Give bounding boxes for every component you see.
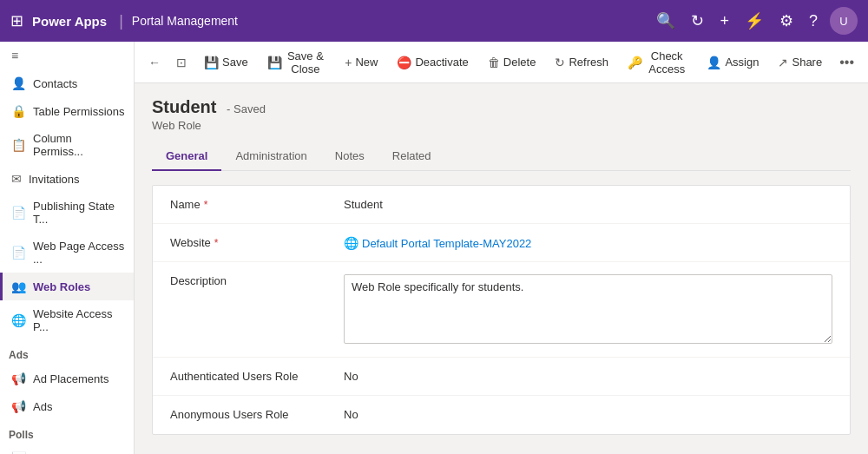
sidebar-item-publishing-state[interactable]: 📄 Publishing State T...	[0, 193, 134, 233]
assign-button[interactable]: 👤 Assign	[698, 50, 767, 75]
sidebar-item-website-access[interactable]: 🌐 Website Access P...	[0, 300, 134, 340]
assign-icon: 👤	[707, 56, 721, 69]
sidebar-item-invitations[interactable]: ✉ Invitations	[0, 165, 134, 193]
tabs-bar: General Administration Notes Related	[152, 142, 851, 171]
form-row-description: Description Web Role specifically for st…	[153, 262, 850, 358]
anonymous-users-label: Anonymous Users Role	[170, 406, 344, 421]
globe-icon: 🌐	[344, 236, 358, 250]
sidebar-item-label: Ad Placements	[33, 372, 108, 385]
sidebar-item-poll-placements[interactable]: 📊 Poll Placements	[0, 444, 134, 454]
polls-section-label: Polls	[0, 420, 134, 444]
sidebar-item-label: Web Roles	[33, 280, 90, 293]
website-label: Website *	[170, 234, 344, 249]
share-button[interactable]: ↗ Share	[769, 50, 831, 75]
content-area: ← ⊡ 💾 Save 💾 Save & Close + New ⛔ Deacti…	[135, 42, 868, 454]
app-name: Power Apps	[32, 14, 107, 29]
top-bar-divider: |	[119, 12, 123, 30]
breadcrumb-button[interactable]: ⊡	[169, 50, 194, 75]
page-content: Student - Saved Web Role General Adminis…	[135, 83, 868, 454]
sidebar-item-web-roles[interactable]: 👥 Web Roles	[0, 273, 134, 300]
back-button[interactable]: ←	[141, 50, 168, 75]
table-permissions-icon: 🔒	[11, 104, 26, 118]
name-value: Student	[344, 196, 832, 211]
website-value[interactable]: 🌐 Default Portal Template-MAY2022	[344, 234, 832, 250]
tab-general[interactable]: General	[152, 142, 221, 171]
save-close-icon: 💾	[267, 56, 282, 69]
invitations-icon: ✉	[11, 172, 22, 186]
avatar[interactable]: U	[830, 7, 858, 35]
form-row-anonymous-users: Anonymous Users Role No	[153, 396, 850, 434]
save-icon: 💾	[204, 56, 219, 69]
form-row-authenticated-users: Authenticated Users Role No	[153, 358, 850, 396]
authenticated-users-value: No	[344, 368, 832, 383]
search-icon[interactable]: 🔍	[656, 11, 675, 30]
section-name: Portal Management	[132, 14, 238, 28]
sidebar-item-web-page-access[interactable]: 📄 Web Page Access ...	[0, 233, 134, 273]
new-button[interactable]: + New	[336, 50, 386, 75]
sidebar-item-ad-placements[interactable]: 📢 Ad Placements	[0, 365, 134, 392]
sidebar-collapse-btn[interactable]: ≡	[0, 42, 134, 69]
delete-button[interactable]: 🗑 Delete	[479, 50, 545, 75]
contacts-icon: 👤	[11, 76, 26, 90]
record-subtitle: Web Role	[152, 119, 851, 132]
website-required-star: *	[214, 237, 219, 249]
save-button[interactable]: 💾 Save	[195, 50, 257, 75]
add-topbar-icon[interactable]: +	[720, 12, 729, 30]
form-card: Name * Student Website * 🌐 Default Porta…	[152, 185, 851, 435]
description-value: Web Role specifically for students.	[344, 273, 832, 346]
sidebar-item-label: Invitations	[29, 173, 80, 186]
help-topbar-icon[interactable]: ?	[809, 12, 818, 30]
form-row-name: Name * Student	[153, 186, 850, 224]
sidebar-item-label: Table Permissions	[33, 105, 125, 118]
settings-topbar-icon[interactable]: ⚙	[779, 11, 793, 30]
record-title: Student	[152, 97, 216, 116]
sidebar: ≡ 👤 Contacts 🔒 Table Permissions 📋 Colum…	[0, 42, 135, 454]
share-icon: ↗	[778, 56, 788, 69]
record-saved-status: - Saved	[227, 102, 266, 115]
ads-icon: 📢	[11, 399, 26, 413]
record-header: Student - Saved Web Role	[152, 97, 851, 132]
check-access-button[interactable]: 🔑 Check Access	[619, 44, 697, 81]
web-page-access-icon: 📄	[11, 246, 26, 260]
form-row-website: Website * 🌐 Default Portal Template-MAY2…	[153, 224, 850, 262]
sidebar-item-ads[interactable]: 📢 Ads	[0, 392, 134, 420]
refresh-topbar-icon[interactable]: ↻	[691, 11, 704, 30]
name-required-star: *	[204, 199, 208, 211]
top-bar: ⊞ Power Apps | Portal Management 🔍 ↻ + ⚡…	[0, 0, 868, 42]
ads-section-label: Ads	[0, 340, 134, 365]
tab-related[interactable]: Related	[378, 142, 445, 171]
description-label: Description	[170, 273, 344, 287]
sidebar-item-label: Publishing State T...	[33, 200, 125, 226]
description-textarea[interactable]: Web Role specifically for students.	[344, 274, 832, 344]
save-close-button[interactable]: 💾 Save & Close	[259, 44, 335, 81]
sidebar-item-table-permissions[interactable]: 🔒 Table Permissions	[0, 97, 134, 125]
command-bar: ← ⊡ 💾 Save 💾 Save & Close + New ⛔ Deacti…	[135, 42, 868, 83]
ad-placements-icon: 📢	[11, 372, 26, 385]
sidebar-item-label: Website Access P...	[33, 307, 125, 333]
sidebar-item-label: Column Permiss...	[33, 132, 125, 158]
more-options-button[interactable]: •••	[832, 49, 861, 76]
name-label: Name *	[170, 196, 344, 211]
deactivate-icon: ⛔	[397, 56, 411, 69]
sidebar-item-label: Ads	[33, 400, 52, 413]
tab-administration[interactable]: Administration	[221, 142, 320, 171]
column-permissions-icon: 📋	[11, 138, 26, 152]
publishing-state-icon: 📄	[11, 206, 26, 220]
grid-icon[interactable]: ⊞	[10, 11, 23, 30]
deactivate-button[interactable]: ⛔ Deactivate	[388, 50, 477, 75]
sidebar-item-contacts[interactable]: 👤 Contacts	[0, 69, 134, 97]
tab-notes[interactable]: Notes	[321, 142, 378, 171]
sidebar-item-column-permissions[interactable]: 📋 Column Permiss...	[0, 125, 134, 165]
sidebar-item-label: Web Page Access ...	[33, 240, 125, 266]
refresh-button[interactable]: ↻ Refresh	[546, 50, 617, 75]
website-access-icon: 🌐	[11, 313, 26, 327]
sidebar-item-label: Contacts	[33, 77, 77, 90]
delete-icon: 🗑	[488, 56, 500, 69]
refresh-icon: ↻	[555, 56, 565, 69]
check-access-icon: 🔑	[628, 56, 642, 69]
main-layout: ≡ 👤 Contacts 🔒 Table Permissions 📋 Colum…	[0, 42, 868, 454]
new-icon: +	[345, 56, 352, 69]
authenticated-users-label: Authenticated Users Role	[170, 368, 344, 383]
filter-topbar-icon[interactable]: ⚡	[745, 11, 764, 30]
anonymous-users-value: No	[344, 406, 832, 421]
